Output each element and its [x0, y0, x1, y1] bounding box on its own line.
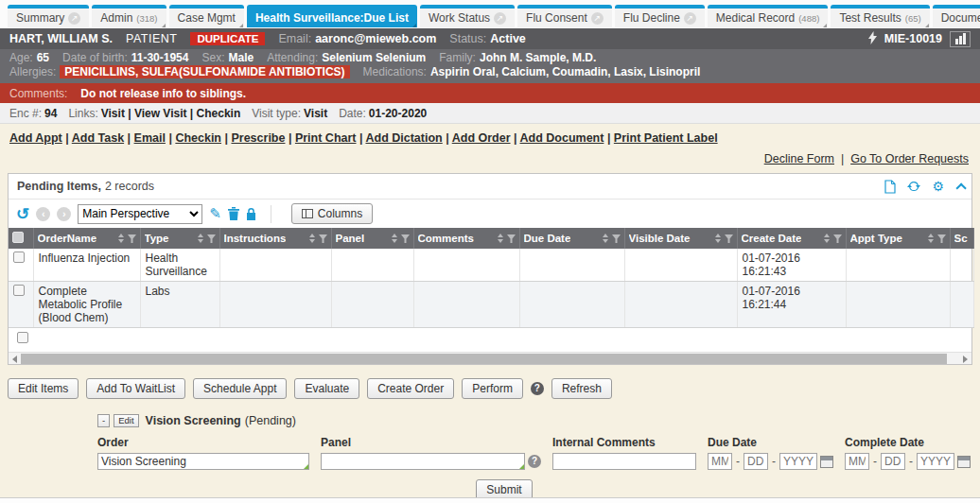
lock-perspective-icon[interactable] [246, 207, 256, 220]
column-header-appt-type[interactable]: Appt Type [846, 228, 950, 249]
add-appt-link[interactable]: Add Appt [9, 131, 62, 145]
add-task-link[interactable]: Add Task [72, 131, 124, 145]
sort-icon[interactable] [603, 234, 608, 243]
perform-button[interactable]: Perform [462, 378, 523, 399]
checkin-link[interactable]: Checkin [197, 107, 241, 120]
column-header-panel[interactable]: Panel [331, 228, 413, 249]
filter-icon[interactable] [833, 234, 842, 243]
refresh-button[interactable]: Refresh [551, 378, 612, 399]
sort-icon[interactable] [928, 234, 934, 243]
sort-icon[interactable] [715, 234, 721, 243]
column-header-ordername[interactable]: OrderName [33, 228, 140, 249]
table-row[interactable]: Complete Metabolic Profile (Blood Chem) … [9, 282, 973, 328]
create-order-button[interactable]: Create Order [367, 378, 454, 399]
tab-medical-record[interactable]: Medical Record(488) [708, 5, 829, 27]
filter-icon[interactable] [612, 234, 621, 243]
sort-icon[interactable] [309, 234, 315, 243]
order-input[interactable] [97, 453, 309, 470]
reset-perspective-icon[interactable]: ↺ [16, 206, 29, 222]
panel-help-icon[interactable]: ? [528, 455, 541, 468]
external-link-icon[interactable]: ↗ [684, 12, 696, 25]
select-all-header[interactable] [9, 228, 33, 249]
print-patient-label-link[interactable]: Print Patient Label [614, 131, 718, 145]
collapse-panel-icon[interactable] [955, 182, 966, 193]
next-perspective-icon[interactable]: › [57, 207, 71, 221]
new-document-icon[interactable] [884, 180, 896, 194]
panel-input[interactable] [321, 453, 525, 470]
internal-comments-input[interactable] [552, 453, 696, 470]
filter-icon[interactable] [128, 234, 136, 243]
edit-items-button[interactable]: Edit Items [8, 378, 79, 399]
tab-flu-consent[interactable]: Flu Consent↗ [517, 5, 612, 27]
column-header-type[interactable]: Type [140, 228, 219, 249]
go-to-order-requests-link[interactable]: Go To Order Requests [850, 152, 969, 165]
sort-icon[interactable] [498, 234, 503, 243]
filter-icon[interactable] [319, 234, 327, 243]
tab-health-surveillance-due-list[interactable]: Health Surveillance:Due List [247, 5, 417, 27]
collapse-order-button[interactable]: - [97, 414, 110, 427]
scroll-left-icon[interactable] [12, 356, 17, 363]
external-link-icon[interactable]: ↗ [591, 12, 604, 25]
add-to-waitlist-button[interactable]: Add To WaitList [86, 378, 185, 399]
column-header-create-date[interactable]: Create Date [737, 228, 846, 249]
schedule-appt-button[interactable]: Schedule Appt [193, 378, 287, 399]
column-header-comments[interactable]: Comments [413, 228, 519, 249]
help-icon[interactable]: ? [531, 382, 544, 395]
calendar-icon[interactable] [957, 456, 971, 468]
horizontal-scrollbar[interactable] [9, 352, 971, 364]
gear-icon[interactable]: ⚙ [932, 179, 944, 194]
column-header-instructions[interactable]: Instructions [219, 228, 331, 249]
add-document-link[interactable]: Add Document [520, 131, 604, 145]
tab-work-status[interactable]: Work Status↗ [420, 5, 515, 27]
complete-month-input[interactable] [845, 453, 869, 470]
print-chart-link[interactable]: Print Chart [295, 131, 357, 145]
perspective-select[interactable]: Main Perspective [78, 204, 202, 224]
delete-perspective-icon[interactable] [228, 207, 239, 220]
scroll-right-icon[interactable] [963, 356, 968, 363]
tab-summary[interactable]: Summary↗ [8, 5, 89, 27]
prescribe-link[interactable]: Prescribe [231, 131, 285, 145]
due-day-input[interactable] [744, 453, 768, 470]
calendar-icon[interactable] [820, 456, 833, 468]
complete-year-input[interactable] [917, 453, 954, 470]
sort-icon[interactable] [824, 234, 830, 243]
view-visit-link[interactable]: View Visit [134, 107, 197, 120]
table-row[interactable]: Influenza Injection Health Surveillance … [9, 249, 973, 282]
evaluate-button[interactable]: Evaluate [294, 378, 359, 399]
edit-order-button[interactable]: Edit [114, 414, 138, 427]
external-link-icon[interactable]: ↗ [68, 12, 80, 25]
column-header-due-date[interactable]: Due Date [519, 228, 624, 249]
new-row-checkbox[interactable] [17, 332, 28, 343]
tab-test-results[interactable]: Test Results(65) [831, 5, 929, 27]
select-all-checkbox[interactable] [12, 232, 24, 243]
checkin-link[interactable]: Checkin [175, 131, 221, 145]
visit-link[interactable]: Visit [101, 107, 134, 120]
tab-documents[interactable]: Documents(275)↗ [933, 5, 980, 27]
refresh-icon[interactable] [907, 180, 920, 193]
due-year-input[interactable] [779, 453, 817, 470]
scrollbar-thumb[interactable] [21, 354, 947, 364]
filter-icon[interactable] [207, 234, 216, 243]
add-dictation-link[interactable]: Add Dictation [365, 131, 442, 145]
email-link[interactable]: Email [134, 131, 166, 145]
tab-flu-decline[interactable]: Flu Decline↗ [615, 5, 705, 27]
complete-day-input[interactable] [881, 453, 905, 470]
columns-button[interactable]: Columns [291, 203, 373, 224]
filter-icon[interactable] [401, 234, 410, 243]
sort-icon[interactable] [118, 234, 124, 243]
filter-icon[interactable] [725, 234, 733, 243]
row-checkbox[interactable] [13, 252, 25, 263]
column-header-visible-date[interactable]: Visible Date [624, 228, 737, 249]
edit-perspective-icon[interactable]: ✎ [209, 205, 221, 222]
column-header-sc-cutoff[interactable]: Sc [950, 228, 973, 249]
tab-case-mgmt[interactable]: Case Mgmt [169, 5, 244, 27]
add-order-link[interactable]: Add Order [452, 131, 511, 145]
due-month-input[interactable] [708, 453, 732, 470]
sort-icon[interactable] [198, 234, 203, 243]
decline-form-link[interactable]: Decline Form [764, 152, 834, 165]
flowsheet-chart-icon[interactable] [950, 31, 971, 47]
tab-admin[interactable]: Admin(318) [92, 5, 166, 27]
lightning-bolt-icon[interactable] [868, 31, 877, 47]
prev-perspective-icon[interactable]: ‹ [36, 207, 50, 221]
row-checkbox[interactable] [13, 285, 25, 296]
